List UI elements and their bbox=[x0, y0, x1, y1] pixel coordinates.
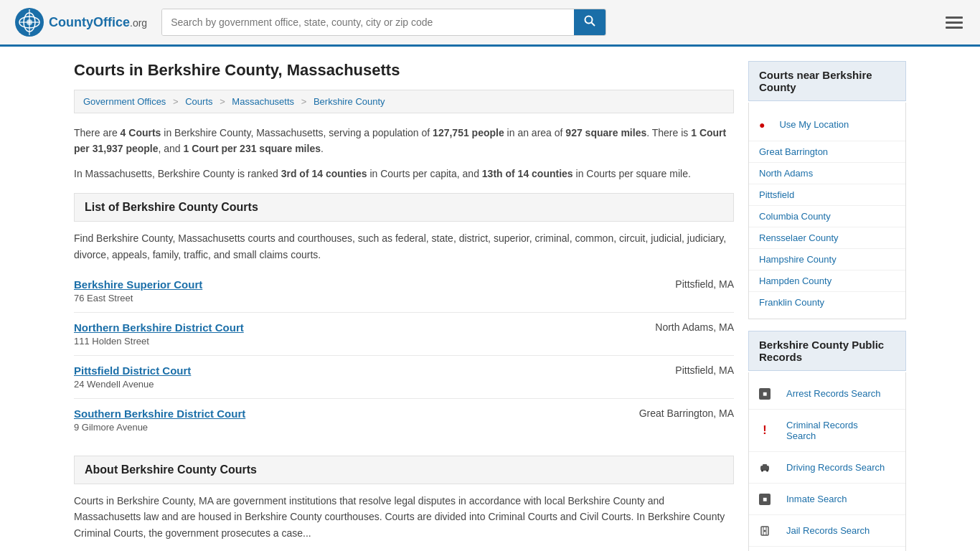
search-icon bbox=[584, 15, 595, 27]
court-address-2: 24 Wendell Avenue bbox=[74, 379, 734, 390]
sidebar-location: ● Use My Location bbox=[749, 108, 905, 141]
court-city-1: North Adams, MA bbox=[605, 321, 734, 333]
list-description: Find Berkshire County, Massachusetts cou… bbox=[74, 230, 734, 263]
svg-point-10 bbox=[766, 469, 768, 471]
menu-bar-1 bbox=[946, 17, 963, 19]
court-name-1: Northern Berkshire District Court bbox=[74, 321, 244, 334]
population: 127,751 people bbox=[433, 127, 504, 138]
breadcrumb-gov-offices[interactable]: Government Offices bbox=[83, 96, 166, 107]
court-link-1[interactable]: Northern Berkshire District Court bbox=[74, 321, 244, 334]
court-name-3: Southern Berkshire District Court bbox=[74, 408, 245, 420]
page-title: Courts in Berkshire County, Massachusett… bbox=[74, 61, 734, 80]
court-entry-0: Berkshire Superior Court Pittsfield, MA … bbox=[74, 270, 734, 313]
menu-bar-2 bbox=[946, 22, 963, 24]
pr-item-criminal: ! Criminal Records Search bbox=[749, 410, 905, 452]
location-icon: ● bbox=[759, 119, 765, 131]
driving-records-link[interactable]: Driving Records Search bbox=[776, 457, 895, 478]
sidebar-link-pittsfield[interactable]: Pittsfield bbox=[749, 184, 905, 206]
driving-icon bbox=[759, 462, 771, 474]
breadcrumb-sep-2: > bbox=[220, 96, 225, 107]
area: 927 square miles bbox=[565, 127, 646, 138]
court-entry-3: Southern Berkshire District Court Great … bbox=[74, 399, 734, 441]
search-button[interactable] bbox=[574, 9, 606, 35]
sidebar: Courts near Berkshire County ● Use My Lo… bbox=[748, 61, 906, 551]
courts-list: Berkshire Superior Court Pittsfield, MA … bbox=[74, 270, 734, 441]
court-city-0: Pittsfield, MA bbox=[605, 278, 734, 290]
court-city-3: Great Barrington, MA bbox=[605, 408, 734, 419]
header: CountyOffice.org bbox=[0, 0, 980, 47]
court-city-2: Pittsfield, MA bbox=[605, 364, 734, 376]
inmate-search-link[interactable]: Inmate Search bbox=[776, 489, 857, 509]
pr-item-inmate: ■ Inmate Search bbox=[749, 484, 905, 515]
court-address-3: 9 Gilmore Avenue bbox=[74, 422, 734, 433]
search-input[interactable] bbox=[162, 9, 574, 35]
use-my-location-link[interactable]: Use My Location bbox=[769, 114, 859, 135]
court-entry-2: Pittsfield District Court Pittsfield, MA… bbox=[74, 356, 734, 399]
jail-records-link[interactable]: Jail Records Search bbox=[776, 520, 880, 541]
description: There are 4 Courts in Berkshire County, … bbox=[74, 125, 734, 157]
svg-line-7 bbox=[592, 23, 595, 27]
svg-point-9 bbox=[761, 469, 763, 471]
court-address-0: 76 East Street bbox=[74, 293, 734, 303]
pr-item-arrest: ■ Arrest Records Search bbox=[749, 378, 905, 410]
jail-icon bbox=[759, 525, 771, 537]
logo-text: CountyOffice.org bbox=[49, 15, 147, 30]
courts-count: 4 Courts bbox=[121, 127, 161, 138]
court-name-2: Pittsfield District Court bbox=[74, 364, 191, 377]
about-section-header: About Berkshire County Courts bbox=[74, 456, 734, 484]
sidebar-link-north-adams[interactable]: North Adams bbox=[749, 163, 905, 184]
sidebar-link-franklin-county[interactable]: Franklin County bbox=[749, 292, 905, 313]
search-bar bbox=[161, 9, 606, 36]
sidebar-link-hampshire-county[interactable]: Hampshire County bbox=[749, 249, 905, 270]
court-row-1: Northern Berkshire District Court North … bbox=[74, 321, 734, 334]
content: Courts in Berkshire County, Massachusett… bbox=[74, 61, 734, 551]
ranked-capita: 3rd of 14 counties bbox=[281, 168, 367, 179]
court-link-0[interactable]: Berkshire Superior Court bbox=[74, 278, 202, 291]
sidebar-link-columbia-county[interactable]: Columbia County bbox=[749, 206, 905, 227]
sidebar-public-records-header: Berkshire County Public Records bbox=[748, 331, 906, 371]
court-name-0: Berkshire Superior Court bbox=[74, 278, 202, 291]
main-wrapper: Courts in Berkshire County, Massachusett… bbox=[60, 47, 920, 551]
court-entry-1: Northern Berkshire District Court North … bbox=[74, 313, 734, 356]
menu-bar-3 bbox=[946, 27, 963, 29]
breadcrumb-berkshire[interactable]: Berkshire County bbox=[314, 96, 385, 107]
breadcrumb-sep-1: > bbox=[173, 96, 179, 107]
pr-item-jail: Jail Records Search bbox=[749, 515, 905, 547]
criminal-icon: ! bbox=[759, 425, 771, 436]
breadcrumb-sep-3: > bbox=[301, 96, 307, 107]
criminal-records-link[interactable]: Criminal Records Search bbox=[776, 415, 895, 446]
ranked-sqmile: 13th of 14 counties bbox=[482, 168, 573, 179]
sidebar-link-rensselaer-county[interactable]: Rensselaer County bbox=[749, 227, 905, 249]
court-link-3[interactable]: Southern Berkshire District Court bbox=[74, 408, 245, 420]
breadcrumb-courts[interactable]: Courts bbox=[185, 96, 212, 107]
court-row-2: Pittsfield District Court Pittsfield, MA bbox=[74, 364, 734, 377]
about-description: Courts in Berkshire County, MA are gover… bbox=[74, 493, 734, 541]
court-row-0: Berkshire Superior Court Pittsfield, MA bbox=[74, 278, 734, 291]
breadcrumb-massachusetts[interactable]: Massachusetts bbox=[232, 96, 294, 107]
sidebar-link-great-barrington[interactable]: Great Barrington bbox=[749, 141, 905, 163]
svg-point-6 bbox=[585, 17, 593, 24]
inmate-icon: ■ bbox=[759, 494, 771, 505]
breadcrumb: Government Offices > Courts > Massachuse… bbox=[74, 90, 734, 113]
court-address-1: 111 Holden Street bbox=[74, 336, 734, 347]
logo[interactable]: CountyOffice.org bbox=[14, 7, 147, 37]
sidebar-link-hampden-county[interactable]: Hampden County bbox=[749, 270, 905, 292]
sidebar-public-records-links: ■ Arrest Records Search ! Criminal Recor… bbox=[748, 372, 906, 551]
menu-button[interactable] bbox=[943, 14, 966, 32]
list-section-header: List of Berkshire County Courts bbox=[74, 193, 734, 222]
sidebar-nearby-links: ● Use My Location Great Barrington North… bbox=[748, 103, 906, 319]
sidebar-nearby-header: Courts near Berkshire County bbox=[748, 61, 906, 101]
svg-point-15 bbox=[764, 529, 766, 532]
logo-icon bbox=[14, 7, 44, 37]
arrest-icon: ■ bbox=[759, 388, 771, 400]
pr-item-driving: Driving Records Search bbox=[749, 452, 905, 484]
arrest-records-link[interactable]: Arrest Records Search bbox=[776, 383, 891, 404]
per-sqmile: 1 Court per 231 square miles bbox=[184, 143, 321, 154]
svg-rect-11 bbox=[763, 464, 767, 466]
court-link-2[interactable]: Pittsfield District Court bbox=[74, 364, 191, 377]
court-row-3: Southern Berkshire District Court Great … bbox=[74, 408, 734, 420]
ranked-description: In Massachusetts, Berkshire County is ra… bbox=[74, 166, 734, 182]
